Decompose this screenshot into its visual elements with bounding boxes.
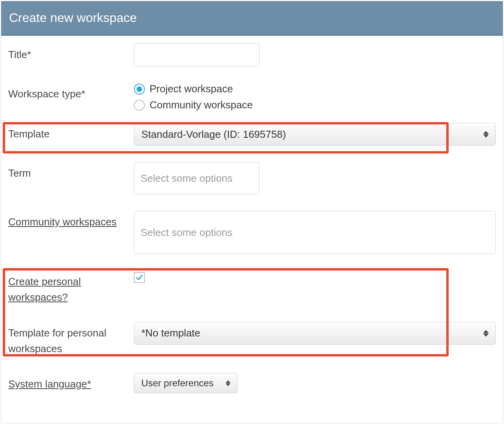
row-personal-template: Template for personal workspaces *No tem…: [8, 322, 496, 357]
row-title: Title*: [8, 44, 496, 66]
form: Title* Workspace type* Project workspace…: [1, 36, 503, 393]
personal-template-value: *No template: [141, 327, 200, 339]
row-workspace-type: Workspace type* Project workspace Commun…: [8, 83, 496, 111]
panel-title: Create new workspace: [1, 1, 503, 36]
radio-community-workspace[interactable]: Community workspace: [134, 99, 496, 111]
title-input[interactable]: [134, 44, 259, 66]
radio-icon: [134, 84, 145, 95]
title-label: Title*: [8, 44, 134, 62]
term-multiselect[interactable]: Select some options: [134, 162, 259, 194]
create-workspace-panel: Create new workspace Title* Workspace ty…: [1, 1, 503, 423]
radio-project-workspace[interactable]: Project workspace: [134, 83, 496, 95]
row-system-language: System language* User preferences: [8, 373, 496, 393]
workspace-type-label: Workspace type*: [8, 83, 134, 102]
template-label: Template: [8, 123, 134, 142]
create-personal-label-link[interactable]: Create personal workspaces?: [8, 276, 81, 303]
system-language-select[interactable]: User preferences: [134, 373, 237, 393]
radio-community-label: Community workspace: [150, 99, 253, 111]
radio-icon: [134, 100, 145, 111]
personal-template-label: Template for personal workspaces: [8, 322, 134, 357]
radio-project-label: Project workspace: [150, 83, 233, 95]
row-term: Term Select some options: [8, 162, 496, 194]
workspace-type-radio-group: Project workspace Community workspace: [134, 83, 496, 111]
community-workspaces-multiselect[interactable]: Select some options: [134, 211, 496, 254]
personal-template-select[interactable]: *No template: [134, 322, 496, 345]
row-template: Template Standard-Vorlage (ID: 1695758): [8, 123, 496, 146]
create-personal-checkbox[interactable]: [134, 272, 145, 283]
system-language-value: User preferences: [141, 378, 214, 389]
template-select[interactable]: Standard-Vorlage (ID: 1695758): [134, 123, 496, 146]
term-label: Term: [8, 162, 134, 181]
community-workspaces-label-link[interactable]: Community workspaces: [8, 216, 117, 228]
row-create-personal: Create personal workspaces?: [8, 270, 496, 305]
template-select-value: Standard-Vorlage (ID: 1695758): [141, 128, 286, 141]
row-community-workspaces: Community workspaces Select some options: [8, 211, 496, 254]
system-language-label-link[interactable]: System language*: [8, 378, 91, 390]
